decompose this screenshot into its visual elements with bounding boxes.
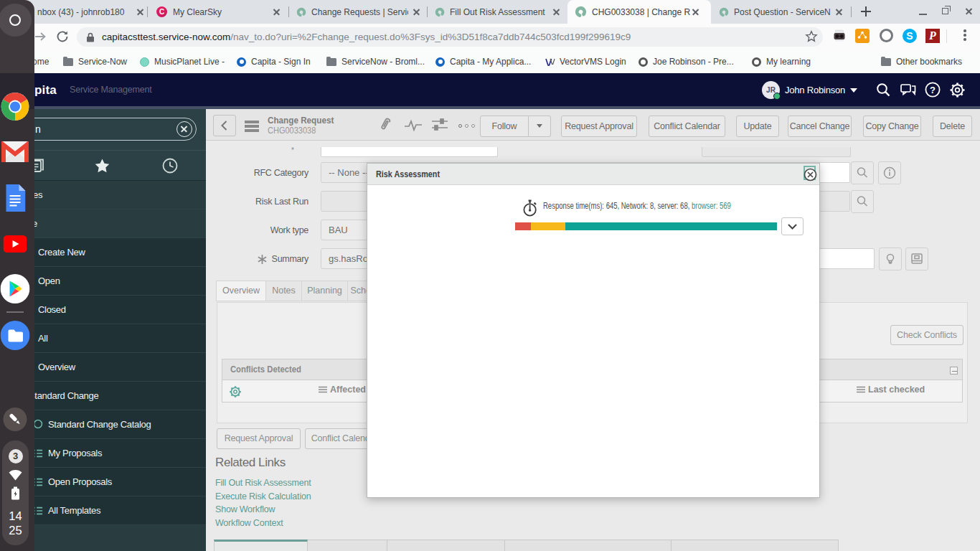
svg-text:?: ? [930,85,936,95]
